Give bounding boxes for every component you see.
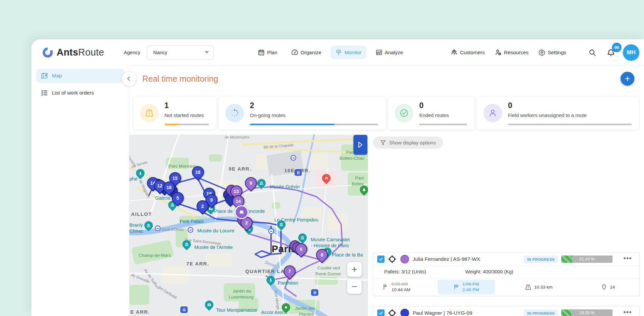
app-window: AntsRoute Agency Nancy Plan Organize Mon…	[31, 39, 644, 316]
stat-card: 0 Ended routes	[388, 97, 474, 130]
agency-dropdown-value: Nancy	[153, 50, 167, 55]
tab-label: Organize	[300, 50, 321, 56]
flag-check-icon	[453, 284, 460, 290]
distance-group: 10.33 km	[525, 278, 553, 296]
people-icon	[451, 49, 458, 56]
route-menu-button[interactable]: •••	[623, 308, 632, 316]
map-label-poi: Galerie	[155, 195, 171, 201]
stat-progress-track	[419, 124, 467, 125]
secondary-nav: Customers Resources Settings	[450, 39, 567, 65]
map-label-poi: Musée du Louvre	[197, 228, 234, 233]
start-time-group: 8:00 AM10:44 AM	[383, 278, 410, 296]
driver-name: Julia Fernandez | AS-987-WX	[413, 256, 480, 262]
planned-start-time: 8:00 AM	[391, 282, 410, 287]
map-label-poi: Tour Montparnasse	[216, 307, 257, 313]
map[interactable]: 9E ARR.10E ARR.AILLOT7E ARR.E ARR.QUARTI…	[129, 135, 368, 316]
stop-number: 6	[300, 247, 302, 252]
nav-customers[interactable]: Customers	[450, 46, 485, 59]
user-avatar[interactable]: MH	[623, 44, 639, 61]
metro-station-icon[interactable]	[311, 289, 318, 296]
search-icon	[588, 49, 596, 57]
tab-organize[interactable]: Organize	[287, 46, 326, 59]
gear-icon	[538, 49, 545, 56]
tab-plan[interactable]: Plan	[253, 46, 282, 59]
agency-dropdown[interactable]: Nancy	[147, 45, 214, 60]
stop-number: 13	[234, 189, 239, 194]
zoom-in-button[interactable]: +	[347, 262, 362, 277]
end-time-group: 1:06 PM2:48 PM	[438, 280, 495, 295]
add-route-button[interactable]: +	[621, 72, 634, 86]
locate-crosshair-icon[interactable]	[388, 309, 396, 316]
sidebar-item-list-of-work-orders[interactable]: List of work orders	[36, 86, 124, 100]
map-label-park: Luxembourg	[229, 295, 253, 299]
stat-progress-track	[164, 124, 209, 125]
map-label-poi: phe	[129, 176, 137, 181]
route-stats-row: 8:00 AM10:44 AM 1:06 PM2:48 PM 10.33 km …	[373, 278, 639, 296]
metro-entrance-icon	[188, 227, 193, 233]
expand-panel-button[interactable]	[353, 135, 367, 155]
locate-crosshair-icon[interactable]	[388, 255, 396, 264]
pin-icon	[601, 284, 607, 290]
back-button[interactable]	[122, 71, 136, 86]
stat-progress-track	[250, 124, 378, 125]
metro-entrance-icon	[155, 225, 161, 231]
metro-entrance-icon	[268, 228, 274, 234]
nav-settings[interactable]: Settings	[538, 46, 567, 59]
vehicle-marker[interactable]	[235, 205, 249, 219]
map-label-poi: Musée Carnavalet	[311, 237, 350, 242]
sign-icon	[335, 49, 342, 56]
nav-resources[interactable]: Resources	[494, 46, 529, 59]
stat-card: 2 On-going routes	[219, 97, 386, 130]
map-label-poi: Place de la Ba	[332, 252, 363, 257]
zoom-out-button[interactable]: −	[347, 279, 362, 294]
show-display-options-button[interactable]: Show display options	[373, 137, 443, 149]
map-label-poi: Musée de l'Armée	[194, 245, 233, 250]
route-checkbox[interactable]	[377, 256, 385, 263]
stat-progress-fill	[250, 124, 335, 125]
stop-number: 12	[157, 183, 162, 188]
stop-number: 18	[195, 170, 201, 175]
metro-station-icon[interactable]	[295, 169, 302, 176]
stop-number: 16	[166, 185, 172, 190]
tab-monitor[interactable]: Monitor	[331, 46, 366, 59]
metro-station-icon[interactable]	[180, 306, 188, 313]
car-icon	[239, 209, 245, 215]
flag-icon	[383, 284, 389, 290]
top-navbar: AntsRoute Agency Nancy Plan Organize Mon…	[31, 39, 644, 66]
map-label-poi: oncorde	[248, 209, 265, 214]
route-menu-button[interactable]: •••	[623, 255, 632, 262]
map-label-park: Jardin du	[233, 289, 251, 294]
check-icon	[395, 104, 413, 122]
search-button[interactable]	[586, 46, 599, 59]
route-progress-bar: 19.05 %	[561, 309, 613, 316]
sidebar-item-label: List of work orders	[52, 90, 94, 96]
road2-icon	[525, 284, 531, 291]
route-card[interactable]: Julia Fernandez | AS-987-WX IN PROGRESS …	[373, 252, 640, 296]
routes-panel: Show display options Julia Fernandez | A…	[373, 135, 639, 316]
tab-analyze[interactable]: Analyze	[371, 46, 408, 59]
stop-number: 7	[288, 269, 291, 274]
stop-number: 15	[172, 176, 178, 181]
stat-label: Ended routes	[419, 112, 449, 118]
map-label-district: E ARR.	[130, 309, 150, 315]
stop-number: 5	[176, 195, 179, 201]
map-label-district: AILLOT	[131, 211, 152, 217]
map-label-park: Jardin des	[295, 306, 315, 311]
route-card[interactable]: Paul Wagner | 76-UYG-09 IN PROGRESS 19.0…	[373, 306, 640, 316]
route-card-header: Paul Wagner | 76-UYG-09 IN PROGRESS 19.0…	[373, 306, 639, 316]
map-label-street: de Montmartre	[225, 135, 250, 139]
stop-number: 2	[245, 220, 248, 225]
sidebar-item-map[interactable]: Map	[36, 69, 124, 83]
route-checkbox[interactable]	[377, 309, 385, 316]
screen: AntsRoute Agency Nancy Plan Organize Mon…	[0, 0, 644, 316]
status-badge: IN PROGRESS	[524, 309, 558, 316]
nav-label: Settings	[548, 50, 566, 56]
stat-label: Field workers unassigned to a route	[508, 112, 587, 118]
tab-label: Plan	[267, 50, 277, 56]
play-arrow-icon	[357, 141, 364, 148]
svg-text:H: H	[325, 176, 328, 180]
stat-value: 0	[508, 101, 512, 110]
stat-progress-fill	[164, 124, 179, 125]
checklist-icon	[41, 89, 48, 97]
notifications-button[interactable]: 98	[604, 46, 618, 59]
